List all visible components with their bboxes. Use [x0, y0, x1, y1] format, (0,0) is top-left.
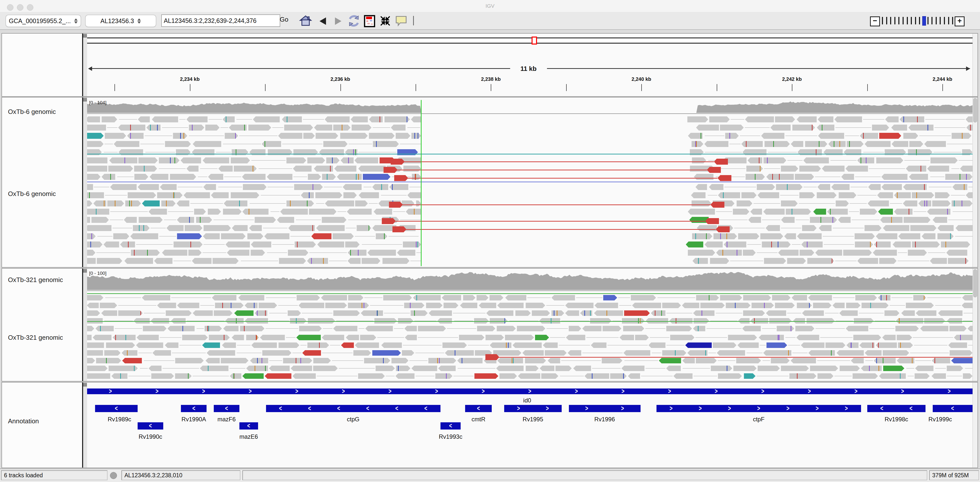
read[interactable] [149, 209, 167, 215]
read[interactable] [757, 192, 779, 198]
read[interactable] [743, 295, 771, 300]
read[interactable] [314, 166, 333, 171]
read[interactable] [215, 303, 243, 308]
read[interactable] [813, 303, 832, 308]
read[interactable] [348, 258, 361, 264]
read[interactable] [950, 350, 972, 356]
read[interactable] [716, 250, 742, 256]
read[interactable] [221, 358, 248, 363]
read[interactable] [277, 217, 294, 223]
read[interactable] [200, 366, 228, 371]
read[interactable] [810, 217, 837, 223]
read[interactable] [733, 209, 749, 215]
read[interactable] [808, 350, 835, 356]
read[interactable] [797, 303, 812, 308]
zoom-tick[interactable] [903, 17, 904, 24]
read[interactable] [249, 225, 262, 231]
read[interactable] [358, 166, 386, 171]
read[interactable] [474, 318, 489, 323]
read[interactable] [843, 250, 872, 256]
read[interactable] [152, 116, 178, 122]
alignment-area-oxtb321[interactable]: [0 - 100] [87, 269, 972, 381]
read[interactable] [222, 342, 236, 348]
zoom-tick[interactable] [886, 17, 887, 24]
zoom-tick[interactable] [944, 17, 945, 24]
read[interactable] [711, 366, 732, 371]
read[interactable] [858, 258, 878, 264]
read[interactable] [315, 133, 338, 139]
read[interactable] [795, 326, 815, 331]
read[interactable] [621, 366, 644, 371]
read[interactable] [882, 335, 896, 340]
read[interactable] [227, 250, 249, 256]
read[interactable] [175, 373, 192, 379]
read[interactable] [383, 295, 412, 300]
read[interactable] [526, 366, 539, 371]
read[interactable] [695, 184, 707, 190]
read[interactable] [710, 258, 729, 264]
read[interactable] [880, 217, 903, 223]
read[interactable] [879, 133, 901, 139]
read[interactable] [686, 241, 703, 247]
read[interactable] [745, 116, 774, 122]
read[interactable] [146, 125, 161, 130]
read[interactable] [743, 311, 765, 316]
read[interactable] [316, 225, 345, 231]
read[interactable] [568, 350, 581, 356]
read[interactable] [818, 133, 844, 139]
read[interactable] [966, 116, 972, 122]
read[interactable] [716, 226, 730, 232]
read[interactable] [791, 141, 803, 147]
read[interactable] [694, 174, 713, 180]
read[interactable] [966, 192, 972, 198]
read[interactable] [418, 326, 446, 331]
alignment-area-oxtb6[interactable]: [0 - 104] [87, 97, 972, 267]
zoom-tick[interactable] [898, 17, 899, 24]
read[interactable] [873, 250, 897, 256]
read[interactable] [280, 209, 308, 215]
read[interactable] [406, 209, 421, 215]
read[interactable] [879, 373, 906, 379]
read[interactable] [347, 209, 372, 215]
read[interactable] [149, 366, 162, 371]
read[interactable] [837, 350, 864, 356]
read[interactable] [134, 174, 148, 180]
read[interactable] [486, 311, 514, 316]
read[interactable] [781, 166, 798, 171]
read[interactable] [669, 318, 692, 323]
read[interactable] [885, 116, 899, 122]
read[interactable] [410, 311, 428, 316]
read[interactable] [223, 326, 239, 331]
read[interactable] [787, 258, 806, 264]
read[interactable] [296, 335, 321, 340]
read[interactable] [918, 200, 931, 206]
read[interactable] [444, 303, 458, 308]
read[interactable] [897, 335, 912, 340]
read[interactable] [947, 366, 963, 371]
read[interactable] [628, 373, 640, 379]
read[interactable] [682, 358, 695, 363]
read[interactable] [781, 366, 809, 371]
read[interactable] [463, 295, 476, 300]
read[interactable] [209, 335, 230, 340]
read[interactable] [185, 225, 202, 231]
read[interactable] [522, 350, 544, 356]
read[interactable] [262, 141, 281, 147]
read[interactable] [232, 225, 248, 231]
read[interactable] [402, 200, 414, 206]
read[interactable] [288, 250, 308, 256]
read[interactable] [786, 209, 811, 215]
read[interactable] [286, 200, 314, 206]
read[interactable] [108, 166, 133, 171]
read[interactable] [500, 373, 517, 379]
read[interactable] [411, 133, 421, 139]
read[interactable] [313, 366, 338, 371]
read[interactable] [737, 200, 752, 206]
read[interactable] [948, 258, 969, 264]
read[interactable] [931, 157, 958, 163]
read[interactable] [255, 311, 267, 316]
read[interactable] [251, 250, 265, 256]
read[interactable] [113, 233, 129, 239]
read[interactable] [689, 217, 709, 223]
read[interactable] [896, 318, 923, 323]
